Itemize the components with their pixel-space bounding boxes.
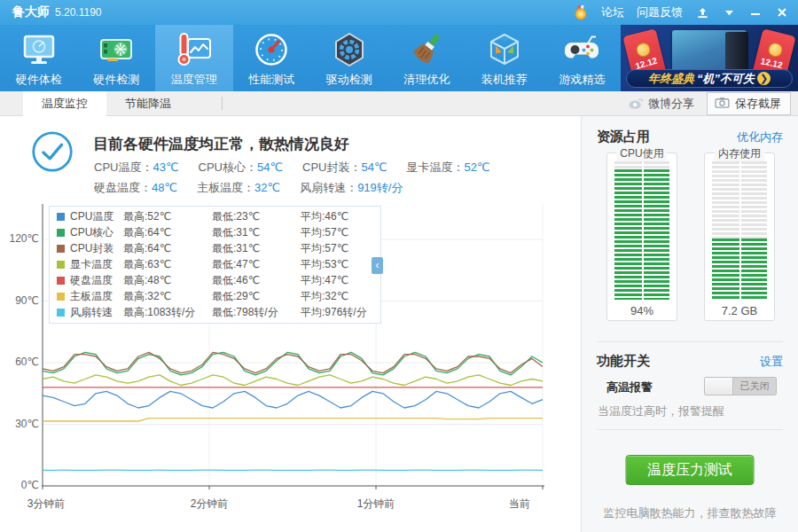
nav-label: 温度管理	[171, 72, 217, 88]
memory-usage-value: 7.2 GB	[705, 304, 774, 317]
nav-label: 硬件检测	[93, 72, 139, 88]
x-axis-tick: 2分钟前	[191, 497, 229, 512]
memory-usage-gauge: 内存使用 7.2 GB	[704, 153, 775, 321]
gpu-card-icon	[97, 30, 136, 69]
app-name: 鲁大师	[12, 4, 50, 20]
legend-row: CPU封装最高:64℃最低:31℃平均:57℃	[50, 241, 380, 256]
x-axis-tick: 1分钟前	[357, 497, 395, 512]
save-screenshot-button[interactable]: 保存截屏	[707, 92, 791, 115]
app-version: 5.20.1190	[55, 6, 102, 19]
y-axis-tick: 90℃	[4, 294, 39, 307]
brush-icon	[407, 30, 446, 69]
gauge-fill	[712, 239, 767, 300]
nav-item-game-picks[interactable]: 游戏精选	[544, 25, 622, 91]
promo-banner[interactable]: 12.12 12.12 年终盛典 “机”不可失 ❯	[621, 25, 798, 91]
monitor-icon	[20, 30, 59, 69]
readings-row-1: CPU温度：43℃ CPU核心：54℃ CPU封装：54℃ 显卡温度：52℃	[94, 160, 490, 176]
app-title: 鲁大师 5.20.1190	[12, 4, 102, 20]
status-title: 目前各硬件温度均正常，散热情况良好	[93, 134, 349, 154]
series-swatch	[57, 229, 65, 237]
temperature-chart	[0, 116, 581, 532]
resource-usage-title: 资源占用	[597, 129, 650, 145]
series-swatch	[57, 213, 65, 221]
legend-row: 主板温度最高:32℃最低:29℃平均:32℃	[50, 289, 380, 304]
gauge-bar	[614, 161, 669, 300]
y-axis-tick: 60℃	[4, 356, 39, 368]
tab-separator	[222, 97, 223, 110]
divider	[597, 341, 783, 342]
y-axis-tick: 120℃	[4, 232, 39, 245]
readings-row-2: 硬盘温度：48℃ 主板温度：32℃ 风扇转速：919转/分	[94, 180, 403, 196]
legend-row: 显卡温度最高:63℃最低:47℃平均:53℃	[50, 257, 380, 272]
nav-label: 驱动检测	[326, 72, 372, 88]
x-axis-tick: 3分钟前	[27, 497, 66, 512]
board-temp-value: 32℃	[254, 181, 280, 194]
toggle-knob	[705, 378, 733, 395]
gauge-bar	[712, 161, 767, 300]
nav-item-driver-test[interactable]: 驱动检测	[310, 25, 388, 91]
optimize-memory-link[interactable]: 优化内存	[737, 129, 783, 145]
sidebar: 资源占用 优化内存 CPU使用 94% 内存使用 7.2 GB 功能开关 设置 …	[581, 116, 798, 532]
series-swatch	[57, 309, 65, 317]
cpu-temp-value: 43℃	[153, 160, 178, 174]
minimize-icon[interactable]	[748, 5, 763, 20]
high-temp-alarm-label: 高温报警	[606, 379, 653, 395]
tab-temperature-monitor[interactable]: 温度监控	[23, 91, 106, 116]
nav-item-temperature[interactable]: 温度管理	[155, 25, 233, 91]
gear-hexagon-icon	[330, 30, 369, 69]
arrow-right-icon: ❯	[757, 72, 771, 85]
medal-icon[interactable]	[573, 4, 589, 20]
cpu-usage-value: 94%	[607, 304, 677, 317]
fan-speed-value: 919转/分	[357, 181, 403, 194]
nav-label: 硬件体检	[16, 72, 62, 88]
high-temp-alarm-toggle[interactable]: 已关闭	[704, 377, 777, 395]
nav-item-performance-test[interactable]: 性能测试	[233, 25, 311, 91]
stress-test-caption: 监控电脑散热能力，排查散热故障	[582, 505, 798, 521]
legend-row: CPU温度最高:52℃最低:23℃平均:46℃	[50, 209, 380, 224]
close-icon[interactable]	[775, 5, 789, 20]
feedback-link[interactable]: 问题反馈	[637, 4, 683, 20]
disk-temp-value: 48℃	[152, 181, 177, 194]
temperature-panel: 目前各硬件温度均正常，散热情况良好 CPU温度：43℃ CPU核心：54℃ CP…	[0, 116, 581, 532]
coin-icon	[635, 41, 652, 58]
y-axis-tick: 30℃	[4, 418, 39, 430]
legend-collapse-button[interactable]: ‹	[372, 257, 383, 274]
legend-row: 硬盘温度最高:48℃最低:46℃平均:47℃	[50, 273, 380, 288]
cube-icon	[485, 30, 524, 69]
series-swatch	[57, 261, 65, 269]
nav-item-hardware-test[interactable]: 硬件检测	[78, 25, 156, 91]
tab-energy-saving[interactable]: 节能降温	[106, 91, 190, 115]
chart-legend-box: CPU温度最高:52℃最低:23℃平均:46℃ CPU核心最高:64℃最低:31…	[49, 206, 381, 324]
weibo-share-button[interactable]: 微博分享	[628, 96, 694, 113]
camera-icon	[715, 97, 730, 111]
skin-dropdown-icon[interactable]	[722, 5, 736, 20]
settings-link[interactable]: 设置	[760, 354, 783, 370]
banner-caption: 年终盛典 “机”不可失 ❯	[626, 69, 793, 88]
gamepad-icon	[562, 30, 601, 69]
gauge-fill	[614, 169, 669, 300]
gauge-icon	[252, 30, 291, 69]
series-swatch	[57, 293, 65, 301]
nav-label: 性能测试	[248, 72, 294, 88]
nav-item-cleanup[interactable]: 清理优化	[388, 25, 466, 91]
y-axis-tick: 0℃	[4, 479, 39, 491]
cpu-package-value: 54℃	[361, 160, 387, 174]
app-window: 鲁大师 5.20.1190 论坛 问题反馈	[0, 0, 798, 532]
forum-link[interactable]: 论坛	[601, 4, 624, 20]
weibo-icon	[628, 96, 644, 113]
coin-icon	[767, 41, 784, 58]
nav-item-hardware-checkup[interactable]: 硬件体检	[0, 25, 78, 91]
nav-label: 游戏精选	[559, 72, 605, 88]
tab-bar: 温度监控 节能降温 微博分享 保存截屏	[0, 91, 798, 116]
nav-label: 清理优化	[403, 72, 450, 88]
share-upload-icon[interactable]	[695, 5, 709, 20]
series-swatch	[57, 277, 65, 285]
nav-item-pc-recommend[interactable]: 装机推荐	[466, 25, 544, 91]
legend-row: CPU核心最高:64℃最低:31℃平均:57℃	[50, 225, 380, 240]
x-axis-tick: 当前	[509, 497, 530, 512]
status-ok-icon	[31, 130, 74, 173]
cpu-core-value: 54℃	[257, 160, 283, 174]
legend-row: 风扇转速最高:1083转/分最低:798转/分平均:976转/分	[50, 305, 380, 320]
temperature-stress-test-button[interactable]: 温度压力测试	[626, 455, 755, 485]
alarm-description: 当温度过高时，报警提醒	[598, 403, 724, 419]
